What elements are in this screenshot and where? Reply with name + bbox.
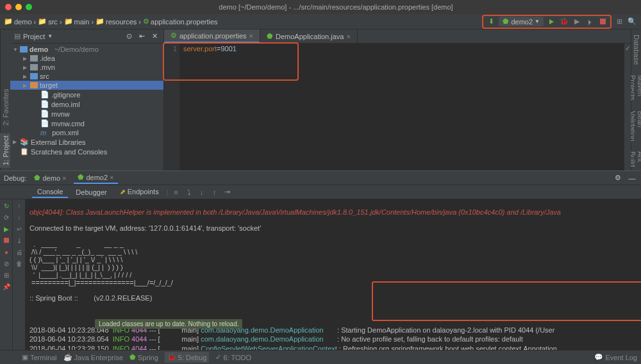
project-settings-icon[interactable]: ⊙ [124, 31, 134, 42]
editor-tabs: ⚙application.properties× ⬟DemoApplicatio… [164, 29, 631, 44]
tree-root[interactable]: ▼ demo ~/Demo/demo [10, 45, 163, 54]
mute-breakpoints-icon[interactable]: ⊘ [1, 258, 12, 269]
pin-icon[interactable]: 📌 [1, 281, 12, 292]
spring-tool[interactable]: ⬟ Spring [129, 353, 158, 361]
rerun-icon[interactable]: ↻ [1, 201, 12, 211]
tree-item[interactable]: ▶src [10, 72, 163, 81]
editor-status-icon: ✓ [625, 45, 630, 52]
console-tab[interactable]: Console [32, 186, 68, 198]
console-toolbar: ↑ ↓ ↵ ⤓ 🖨 🗑 [13, 199, 26, 350]
project-header-label: Project [23, 33, 45, 40]
tree-item[interactable]: ▶.mvn [10, 63, 163, 72]
run-toolbar-highlight: ⬇ ⬟ demo2 ▼ 🐞 ▶ ⏵ [482, 15, 612, 29]
breakpoints-icon[interactable]: ● [1, 247, 12, 257]
window-minimize-button[interactable] [15, 4, 22, 10]
debug-button[interactable]: 🐞 [559, 17, 569, 27]
terminal-tool[interactable]: ▣ Terminal [22, 353, 57, 361]
project-panel: ▤ Project ▼ ⊙ ⇤ ✕ ▼ demo ~/Demo/demo ▶.i… [10, 29, 164, 170]
stop-button[interactable] [597, 17, 608, 27]
profile-button[interactable]: ⏵ [585, 17, 595, 27]
run-button[interactable] [546, 17, 556, 27]
build-icon[interactable]: ⬇ [486, 17, 496, 27]
line-gutter: 1 [164, 44, 179, 170]
stop-debug-icon[interactable] [1, 235, 12, 245]
tree-item[interactable]: 📄demo.iml [10, 99, 163, 109]
step-over-icon[interactable]: ⤵ [184, 187, 194, 197]
event-log[interactable]: 💬 Event Log [594, 353, 637, 361]
scroll-icon[interactable]: ⤓ [14, 235, 24, 245]
breadcrumb[interactable]: 📁 demo › 📁 src › 📁 main › 📁 resources › … [4, 17, 218, 26]
resume-icon[interactable]: ▶ [1, 224, 12, 234]
database-tool-tab[interactable]: Database [631, 32, 642, 67]
clear-icon[interactable]: 🗑 [14, 258, 24, 269]
coverage-button[interactable]: ▶ [572, 17, 582, 27]
endpoints-tab[interactable]: ⬈ Endpoints [115, 186, 164, 197]
debug-hide-icon[interactable]: — [627, 173, 637, 183]
tree-item-target[interactable]: ▶target [10, 81, 163, 90]
reload-tooltip: Loaded classes are up to date. Nothing t… [95, 319, 242, 329]
debug-tab-demo[interactable]: ⬟demo× [30, 172, 70, 183]
left-tool-strip: 1: Project 2: Favorites [0, 29, 10, 170]
close-tab-icon[interactable]: × [346, 33, 350, 40]
wrap-icon[interactable]: ↵ [14, 224, 24, 234]
debug-left-toolbar: ↻ ⟳ ▶ ● ⊘ ⊞ 📌 [0, 199, 13, 350]
close-tab-icon[interactable]: × [249, 32, 253, 40]
project-tree[interactable]: ▼ demo ~/Demo/demo ▶.idea ▶.mvn ▶src ▶ta… [10, 44, 163, 170]
debugger-tab[interactable]: Debugger [71, 187, 112, 197]
editor-area: ⚙application.properties× ⬟DemoApplicatio… [164, 29, 631, 170]
debug-tool[interactable]: 🐞 5: Debug [165, 352, 210, 363]
debug-tab-demo2[interactable]: ⬟demo2× [74, 172, 117, 184]
step-icon[interactable]: ≡ [171, 187, 181, 197]
window-close-button[interactable] [5, 4, 12, 10]
down-icon[interactable]: ↓ [14, 212, 24, 222]
debug-settings-icon[interactable]: ⚙ [613, 173, 623, 183]
step-out-icon[interactable]: ↑ [210, 187, 220, 197]
tree-item[interactable]: 📄.gitignore [10, 90, 163, 99]
window-maximize-button[interactable] [26, 4, 32, 10]
titlebar: demo [~/Demo/demo] - .../src/main/resour… [0, 0, 641, 14]
editor-tab-java[interactable]: ⬟DemoApplication.java× [260, 29, 358, 43]
project-structure-icon[interactable]: ⊞ [614, 17, 624, 27]
tree-scratches[interactable]: 📋Scratches and Consoles [10, 147, 163, 156]
window-title: demo [~/Demo/demo] - .../src/main/resour… [36, 3, 636, 11]
tree-item[interactable]: m pom.xml [10, 128, 163, 137]
todo-tool[interactable]: ✓ 6: TODO [215, 353, 251, 361]
print-icon[interactable]: 🖨 [14, 247, 24, 257]
search-everywhere-icon[interactable]: 🔍 [627, 17, 637, 27]
right-tool-strip: Database Maven Projects Bean Validation … [631, 29, 641, 170]
step-into-icon[interactable]: ↓ [197, 187, 207, 197]
up-icon[interactable]: ↑ [14, 201, 24, 211]
tree-item[interactable]: 📄mvnw [10, 109, 163, 119]
project-tool-tab[interactable]: 1: Project [1, 133, 11, 168]
run-to-cursor-icon[interactable]: ⇥ [222, 187, 233, 197]
tree-external-libs[interactable]: ▶📚External Libraries [10, 137, 163, 147]
run-config-selector[interactable]: ⬟ demo2 ▼ [499, 17, 544, 26]
code-editor[interactable]: 1 server.port=9001 ✓ [164, 44, 631, 170]
reload-icon[interactable]: ⟳ [1, 212, 12, 222]
layout-icon[interactable]: ⊞ [1, 270, 12, 280]
tree-item[interactable]: ▶.idea [10, 54, 163, 63]
debug-label: Debug: [4, 174, 26, 182]
navbar: 📁 demo › 📁 src › 📁 main › 📁 resources › … [0, 14, 641, 29]
status-bar: ▣ Terminal ☕ Java Enterprise ⬟ Spring 🐞 … [0, 350, 641, 364]
tree-item[interactable]: 📄mvnw.cmd [10, 119, 163, 128]
favorites-tool-tab[interactable]: 2: Favorites [1, 86, 11, 128]
project-collapse-icon[interactable]: ⇤ [137, 31, 147, 42]
javaee-tool[interactable]: ☕ Java Enterprise [63, 353, 123, 361]
editor-tab-properties[interactable]: ⚙application.properties× [164, 29, 260, 43]
project-hide-icon[interactable]: ✕ [149, 31, 160, 42]
